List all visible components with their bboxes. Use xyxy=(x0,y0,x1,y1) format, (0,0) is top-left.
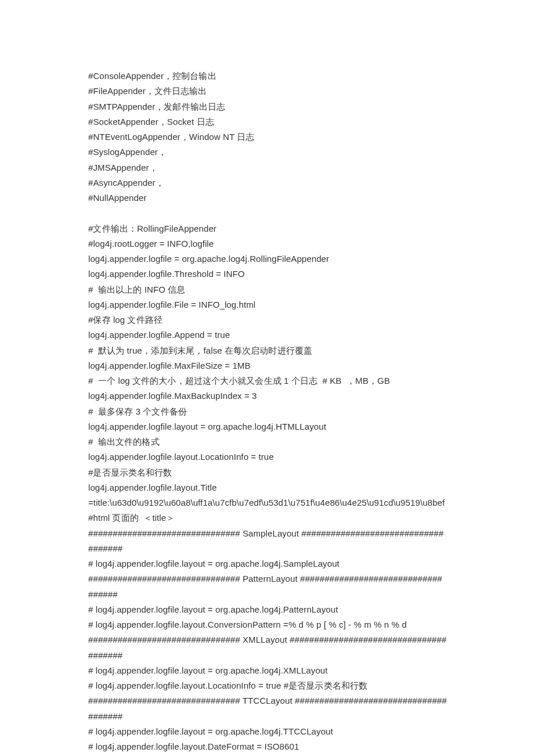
code-line: #NullAppender xyxy=(88,190,447,206)
code-line: ############################### PatternL… xyxy=(88,571,447,602)
code-line: #是否显示类名和行数 xyxy=(88,465,447,480)
code-line xyxy=(88,206,447,221)
code-line: log4j.appender.logfile.Append = true xyxy=(88,327,447,343)
code-line: log4j.appender.logfile.File = INFO_log.h… xyxy=(88,297,447,312)
code-line: #文件输出：RollingFileAppender xyxy=(88,221,447,236)
code-line: # 最多保存 3 个文件备份 xyxy=(88,404,447,419)
code-line: #AsyncAppender， xyxy=(88,175,447,190)
code-line: # 输出文件的格式 xyxy=(88,434,447,449)
code-line: #ConsoleAppender，控制台输出 xyxy=(88,69,447,84)
code-line: log4j.appender.logfile = org.apache.log4… xyxy=(88,251,447,267)
code-line: # 默认为 true，添加到末尾，false 在每次启动时进行覆盖 xyxy=(88,343,447,358)
code-line: #log4j.rootLogger = INFO,logfile xyxy=(88,236,447,251)
code-line: #html 页面的 ＜title＞ xyxy=(88,510,447,525)
code-line: # 一个 log 文件的大小，超过这个大小就又会生成 1 个日志 # KB ，M… xyxy=(88,373,447,388)
code-line: ############################### TTCCLayo… xyxy=(88,693,447,724)
code-line: #NTEventLogAppender，Window NT 日志 xyxy=(88,129,447,145)
code-line: #SocketAppender，Socket 日志 xyxy=(88,114,447,129)
code-line: log4j.appender.logfile.layout.LocationIn… xyxy=(88,449,447,465)
code-line: #SyslogAppender， xyxy=(88,145,447,160)
code-line: =title:\u63d0\u9192\u60a8\uff1a\u7cfb\u7… xyxy=(88,495,447,510)
document-body: #ConsoleAppender，控制台输出#FileAppender，文件日志… xyxy=(88,69,447,756)
code-line: #保存 log 文件路径 xyxy=(88,312,447,327)
code-line: log4j.appender.logfile.MaxBackupIndex = … xyxy=(88,388,447,404)
code-line: #SMTPAppender，发邮件输出日志 xyxy=(88,99,447,114)
code-line: ############################### XMLLayou… xyxy=(88,632,447,663)
code-line: ############################### SampleLa… xyxy=(88,526,447,557)
code-line: log4j.appender.logfile.layout = org.apac… xyxy=(88,419,447,434)
code-line: # log4j.appender.logfile.layout.Location… xyxy=(88,678,447,693)
code-line: log4j.appender.logfile.MaxFileSize = 1MB xyxy=(88,358,447,373)
code-line: # log4j.appender.logfile.layout = org.ap… xyxy=(88,724,447,739)
code-line: # log4j.appender.logfile.layout = org.ap… xyxy=(88,556,447,571)
code-line: # log4j.appender.logfile.layout.DateForm… xyxy=(88,739,447,754)
code-line: #JMSAppender， xyxy=(88,160,447,175)
code-line: log4j.appender.logfile.Threshold = INFO xyxy=(88,267,447,282)
code-line: # log4j.appender.logfile.layout.Conversi… xyxy=(88,617,447,632)
code-line: # log4j.appender.logfile.layout = org.ap… xyxy=(88,663,447,678)
code-line: # log4j.appender.logfile.layout = org.ap… xyxy=(88,602,447,617)
code-line: # 输出以上的 INFO 信息 xyxy=(88,282,447,297)
code-line: log4j.appender.logfile.layout.Title xyxy=(88,480,447,495)
code-line: #FileAppender，文件日志输出 xyxy=(88,84,447,99)
